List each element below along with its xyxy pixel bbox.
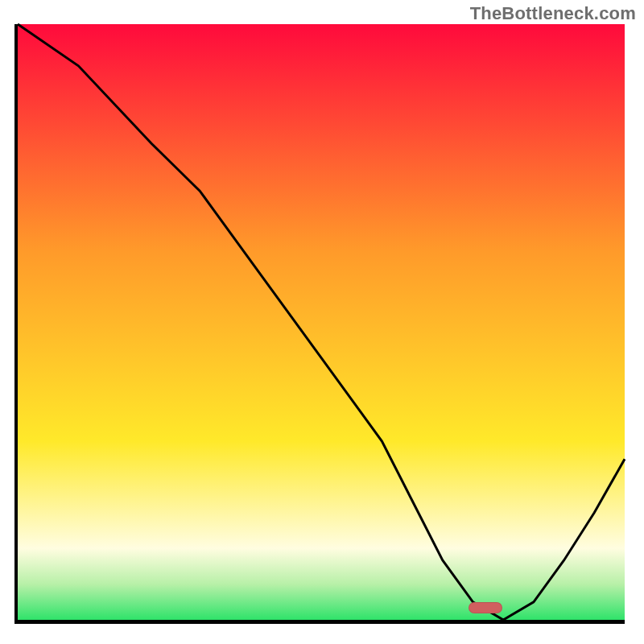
sweet-spot-marker — [469, 602, 502, 613]
chart-stage: TheBottleneck.com — [0, 0, 644, 644]
bottleneck-chart — [0, 0, 644, 644]
plot-background — [18, 24, 625, 620]
plot-frame-left — [14, 24, 18, 623]
plot-frame-bottom — [14, 620, 625, 624]
